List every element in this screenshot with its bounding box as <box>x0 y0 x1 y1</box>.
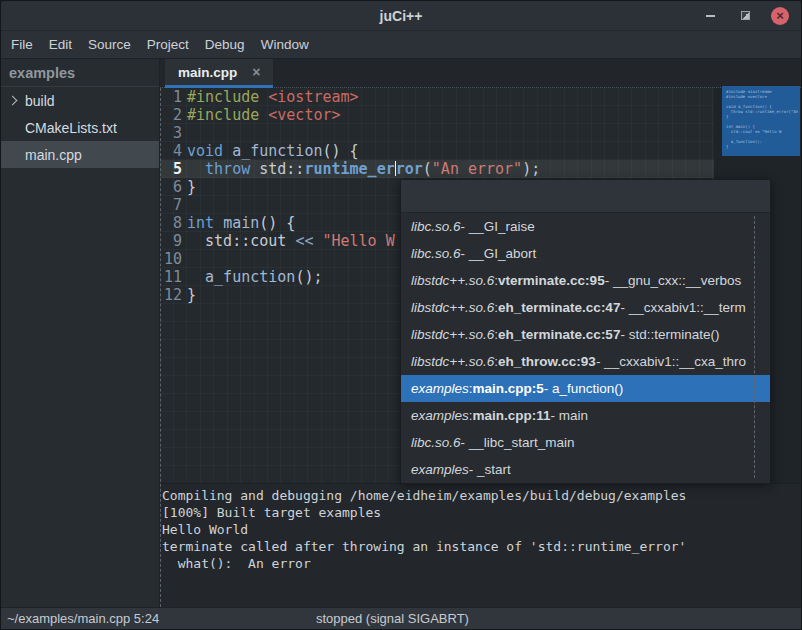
tree-item-label: build <box>25 93 55 109</box>
code-segment <box>223 142 232 160</box>
stack-frame-item[interactable]: libc.so.6 - __GI_abort <box>401 240 770 267</box>
window-controls: × <box>701 1 789 30</box>
line-number: 11 <box>160 268 182 286</box>
frame-library: libstdc++.so.6 <box>411 327 494 342</box>
menu-item-file[interactable]: File <box>3 31 41 58</box>
code-segment: << <box>295 232 313 250</box>
stack-trace-popup: libc.so.6 - __GI_raiselibc.so.6 - __GI_a… <box>400 179 771 484</box>
editor-line[interactable]: 2#include <vector> <box>160 106 714 124</box>
frame-library: examples <box>411 462 469 477</box>
window-title: juCi++ <box>380 8 423 24</box>
line-number: 1 <box>160 88 182 106</box>
code-segment: main <box>223 214 259 232</box>
code-segment: runtime_er <box>304 160 394 178</box>
code-text: } <box>182 286 196 304</box>
tree-item-main.cpp[interactable]: main.cpp <box>1 141 159 168</box>
pane-separator[interactable] <box>160 88 161 607</box>
main-area: examples buildCMakeLists.txtmain.cpp mai… <box>1 59 801 607</box>
code-segment: <vector> <box>268 106 340 124</box>
tab-label: main.cpp <box>178 65 237 80</box>
menu-item-edit[interactable]: Edit <box>41 31 80 58</box>
code-text: std::cout << "Hello W <box>182 232 395 250</box>
frame-library: libstdc++.so.6 <box>411 354 494 369</box>
tree-item-build[interactable]: build <box>1 87 159 114</box>
code-text: #include <iostream> <box>182 88 359 106</box>
code-segment: () { <box>322 142 358 160</box>
code-segment: <iostream> <box>268 88 358 106</box>
code-segment: std::cout <box>187 232 295 250</box>
frame-library: libc.so.6 <box>411 219 461 234</box>
minimap-code-preview: #include <iostream> #include <vector> vo… <box>722 86 800 149</box>
code-segment: "Hello W <box>322 232 394 250</box>
code-segment <box>187 268 205 286</box>
code-segment: ); <box>522 160 540 178</box>
code-text: } <box>182 178 196 196</box>
code-segment: ror <box>396 160 423 178</box>
minimize-icon <box>706 15 715 17</box>
line-number: 2 <box>160 106 182 124</box>
frame-library: libc.so.6 <box>411 246 461 261</box>
code-segment: } <box>187 178 196 196</box>
line-number: 5 <box>160 160 182 178</box>
code-text <box>182 124 187 142</box>
frame-library: examples <box>411 381 469 396</box>
statusbar: ~/examples/main.cpp 5:24 stopped (signal… <box>1 607 801 629</box>
stack-frame-item[interactable]: examples:main.cpp:5 - a_function() <box>401 375 770 402</box>
menubar: FileEditSourceProjectDebugWindow <box>1 31 801 59</box>
line-number: 10 <box>160 250 182 268</box>
code-segment: #include <box>187 88 268 106</box>
code-segment: throw <box>205 160 250 178</box>
line-number: 9 <box>160 232 182 250</box>
menu-item-source[interactable]: Source <box>80 31 139 58</box>
code-segment: (); <box>295 268 322 286</box>
restore-button[interactable] <box>736 7 754 25</box>
titlebar[interactable]: juCi++ × <box>1 1 801 31</box>
code-segment: "An error" <box>432 160 522 178</box>
tab-close-icon[interactable]: × <box>252 64 260 80</box>
stack-frame-item[interactable]: libstdc++.so.6:vterminate.cc:95 - __gnu_… <box>401 267 770 294</box>
menu-item-debug[interactable]: Debug <box>197 31 253 58</box>
code-text: #include <vector> <box>182 106 341 124</box>
restore-icon <box>741 11 750 20</box>
stack-frame-item[interactable]: libc.so.6 - __GI_raise <box>401 213 770 240</box>
stack-frame-item[interactable]: libc.so.6 - __libc_start_main <box>401 429 770 456</box>
code-segment: int <box>187 214 214 232</box>
menu-item-window[interactable]: Window <box>253 31 317 58</box>
popup-scrollbar[interactable] <box>754 216 755 478</box>
code-segment: () { <box>259 214 295 232</box>
stack-frame-item[interactable]: libstdc++.so.6:eh_terminate.cc:57 - std:… <box>401 321 770 348</box>
frame-file: eh_terminate.cc:57 <box>498 327 620 342</box>
frame-library: libc.so.6 <box>411 435 461 450</box>
stack-frame-item[interactable]: examples:main.cpp:11 - main <box>401 402 770 429</box>
chevron-right-icon[interactable] <box>8 96 18 106</box>
line-number: 3 <box>160 124 182 142</box>
stack-frame-item[interactable]: examples - _start <box>401 456 770 483</box>
editor-line[interactable]: 4void a_function() { <box>160 142 714 160</box>
line-number: 6 <box>160 178 182 196</box>
minimap-viewport[interactable]: #include <iostream> #include <vector> vo… <box>722 86 800 156</box>
stack-frame-item[interactable]: libstdc++.so.6:eh_throw.cc:93 - __cxxabi… <box>401 348 770 375</box>
status-debug-state: stopped (signal SIGABRT) <box>316 611 469 626</box>
popup-filter-input[interactable] <box>401 180 770 213</box>
editor-line[interactable]: 5 throw std::runtime_error("An error"); <box>160 160 714 178</box>
code-text <box>182 250 187 268</box>
frame-library: libstdc++.so.6 <box>411 300 494 315</box>
code-text: int main() { <box>182 214 295 232</box>
code-text: throw std::runtime_error("An error"); <box>182 160 540 178</box>
project-tree-sidebar: examples buildCMakeLists.txtmain.cpp <box>1 59 159 607</box>
stack-frame-item[interactable]: libstdc++.so.6:eh_terminate.cc:47 - __cx… <box>401 294 770 321</box>
code-text: void a_function() { <box>182 142 359 160</box>
editor-line[interactable]: 1#include <iostream> <box>160 88 714 106</box>
line-number: 12 <box>160 286 182 304</box>
frame-file: main.cpp:5 <box>473 381 544 396</box>
tab-main-cpp[interactable]: main.cpp × <box>165 59 273 88</box>
menu-item-project[interactable]: Project <box>139 31 197 58</box>
tree-item-cmakelists.txt[interactable]: CMakeLists.txt <box>1 114 159 141</box>
close-button[interactable]: × <box>771 7 789 25</box>
minimize-button[interactable] <box>701 7 719 25</box>
editor-line[interactable]: 3 <box>160 124 714 142</box>
terminal-output[interactable]: Compiling and debugging /home/eidheim/ex… <box>160 483 801 607</box>
frame-library: libstdc++.so.6 <box>411 273 494 288</box>
frame-library: examples <box>411 408 469 423</box>
code-segment: #include <box>187 106 268 124</box>
